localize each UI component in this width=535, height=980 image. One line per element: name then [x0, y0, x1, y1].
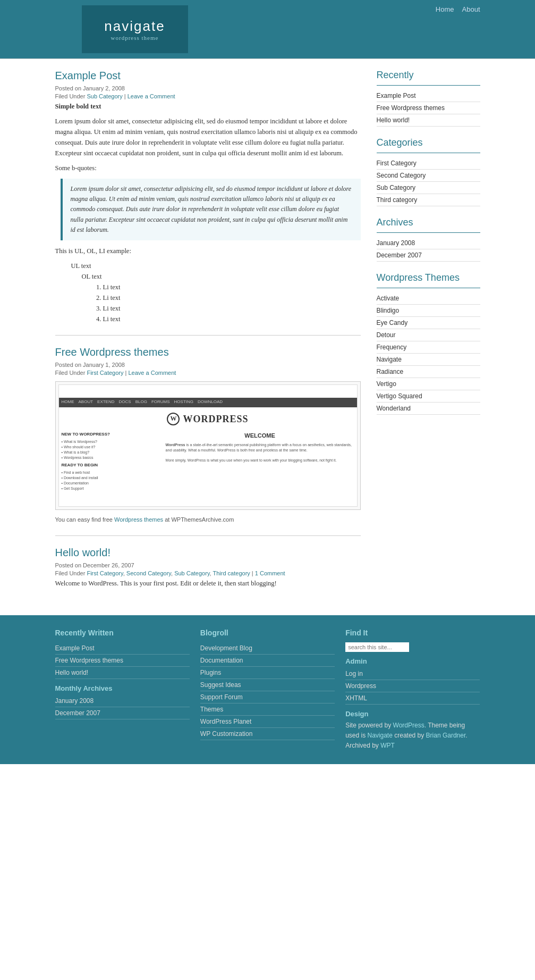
post-comment-link[interactable]: Leave a Comment — [128, 93, 175, 99]
recently-item-2[interactable]: Free Wordpress themes — [377, 104, 445, 112]
footer-recently-written-title: Recently Written — [55, 629, 190, 637]
main-wrapper: Example Post Posted on January 2, 2008 F… — [55, 59, 480, 610]
theme-item-1[interactable]: Activate — [377, 295, 400, 302]
wp-screenshot: HOME ABOUT EXTEND DOCS BLOG FORUMS HOSTI… — [55, 381, 361, 510]
theme-item-2[interactable]: Blindigo — [377, 307, 400, 314]
theme-item-5[interactable]: Frequency — [377, 344, 407, 351]
design-navigate-link[interactable]: Navigate — [368, 732, 393, 739]
hello-cat-4[interactable]: Third category — [213, 570, 250, 576]
admin-3[interactable]: XHTML — [345, 694, 367, 702]
footer-archive-1[interactable]: January 2008 — [55, 697, 94, 705]
post-comment-link-2[interactable]: Leave a Comment — [128, 370, 176, 376]
footer-recent-3[interactable]: Hello world! — [55, 669, 89, 676]
blogroll-2[interactable]: Documentation — [200, 657, 243, 664]
list-item: Plugins — [200, 667, 335, 679]
sidebar-archives-title: Archives — [377, 217, 480, 228]
hello-cat-2[interactable]: Second Category — [126, 570, 171, 576]
cat-item-1[interactable]: First Category — [377, 160, 417, 167]
list-item: January 2008 — [55, 695, 190, 707]
cat-item-2[interactable]: Second Category — [377, 172, 426, 179]
list-item: Third category — [377, 194, 480, 206]
theme-item-7[interactable]: Radiance — [377, 368, 404, 375]
footer-archive-2[interactable]: December 2007 — [55, 709, 100, 717]
list-item: December 2007 — [377, 249, 480, 262]
blogroll-8[interactable]: WP Customization — [200, 730, 252, 738]
footer-design-text: Site powered by WordPress. Theme being u… — [345, 721, 480, 751]
sidebar-categories-title: Categories — [377, 137, 480, 148]
design-text-mid2: created by — [393, 732, 426, 739]
design-text-before: Site powered by — [345, 722, 393, 729]
post-cat-link-2[interactable]: First Category — [87, 370, 123, 376]
wp-screenshot-inner: HOME ABOUT EXTEND DOCS BLOG FORUMS HOSTI… — [58, 384, 358, 507]
archive-item-2[interactable]: December 2007 — [377, 252, 422, 259]
nav-about[interactable]: About — [462, 5, 480, 13]
categories-list: First Category Second Category Sub Categ… — [377, 157, 480, 206]
list-item: Vertigo Squared — [377, 390, 480, 403]
footer: Recently Written Example Post Free Wordp… — [0, 615, 535, 765]
hello-cat-3[interactable]: Sub Category — [174, 570, 209, 576]
sidebar-divider-recently — [377, 85, 480, 86]
cat-item-3[interactable]: Sub Category — [377, 184, 415, 191]
footer-blogroll-list: Development Blog Documentation Plugins S… — [200, 642, 335, 740]
theme-item-4[interactable]: Detour — [377, 331, 396, 339]
hello-cat-1[interactable]: First Category — [87, 570, 123, 576]
recently-item-1[interactable]: Example Post — [377, 92, 416, 99]
list-item: First Category — [377, 157, 480, 170]
list-item: Activate — [377, 292, 480, 305]
admin-2[interactable]: Wordpress — [345, 682, 376, 690]
wordpress-themes-link[interactable]: Wordpress themes — [114, 516, 163, 523]
footer-text-before: You can easy find free — [55, 516, 113, 523]
archive-item-1[interactable]: January 2008 — [377, 239, 415, 247]
list-item: Wordpress — [345, 680, 480, 692]
design-brian-link[interactable]: Brian Gardner — [426, 732, 466, 739]
theme-item-10[interactable]: Wonderland — [377, 405, 411, 412]
post-content-example: Simple bold text Lorem ipsum dolor sit a… — [55, 101, 361, 324]
post-footer-wpthemes: You can easy find free Wordpress themes … — [55, 515, 361, 525]
recently-item-3[interactable]: Hello world! — [377, 116, 410, 124]
design-wpt-link[interactable]: WPT — [380, 742, 395, 749]
theme-item-6[interactable]: Navigate — [377, 356, 402, 363]
footer-recent-2[interactable]: Free Wordpress themes — [55, 657, 124, 664]
ol-text: OL text — [82, 271, 361, 282]
footer-search-input[interactable] — [345, 642, 409, 652]
logo-area: navigate wordpress theme — [82, 5, 188, 53]
wp-logo-text: WORDPRESS — [183, 412, 248, 427]
blogroll-7[interactable]: WordPress Planet — [200, 718, 252, 725]
list-item: Wonderland — [377, 403, 480, 415]
ordered-list: Li text Li text Li text Li text — [103, 282, 361, 324]
list-item: Li text — [103, 292, 361, 303]
list-item: WordPress Planet — [200, 716, 335, 728]
admin-1[interactable]: Log in — [345, 670, 363, 677]
list-item: Free Wordpress themes — [377, 102, 480, 114]
cat-item-4[interactable]: Third category — [377, 196, 418, 204]
post-date-wpthemes: Posted on January 1, 2008 — [55, 362, 361, 368]
theme-item-8[interactable]: Vertigo — [377, 380, 396, 388]
footer-recent-1[interactable]: Example Post — [55, 644, 95, 652]
hello-body: Welcome to WordPress. This is your first… — [55, 578, 361, 589]
list-item: Free Wordpress themes — [55, 655, 190, 667]
wp-welcome: WELCOME — [166, 431, 354, 441]
blogroll-5[interactable]: Support Forum — [200, 693, 243, 701]
post-category-link[interactable]: Sub Category — [87, 93, 122, 99]
post-divider-2 — [55, 535, 361, 536]
blogroll-3[interactable]: Plugins — [200, 669, 221, 676]
post-divider-1 — [55, 335, 361, 336]
blogroll-6[interactable]: Themes — [200, 706, 223, 713]
wp-desc: WordPress is a state-of-the-art semantic… — [166, 442, 354, 463]
blogroll-1[interactable]: Development Blog — [200, 644, 252, 652]
post-example: Example Post Posted on January 2, 2008 F… — [55, 70, 361, 324]
design-wp-link[interactable]: WordPress — [393, 722, 424, 729]
logo-tagline: wordpress theme — [111, 35, 159, 41]
sidebar-recently: Recently Example Post Free Wordpress the… — [377, 70, 480, 127]
nav-home[interactable]: Home — [436, 5, 454, 13]
wp-nav-download: DOWNLOAD — [198, 399, 223, 406]
hello-comment-link[interactable]: 1 Comment — [255, 570, 285, 576]
footer-col-3: Find It Admin Log in Wordpress XHTML Des… — [345, 629, 480, 751]
sidebar-divider-wp-themes — [377, 288, 480, 288]
theme-item-9[interactable]: Vertigo Squared — [377, 392, 422, 400]
wp-para-1: • What is Wordpress?• Who should use it?… — [62, 439, 163, 460]
blogroll-4[interactable]: Suggest Ideas — [200, 681, 241, 689]
theme-item-3[interactable]: Eye Candy — [377, 319, 408, 326]
list-item: WP Customization — [200, 728, 335, 740]
wp-nav-blog: BLOG — [135, 399, 147, 406]
